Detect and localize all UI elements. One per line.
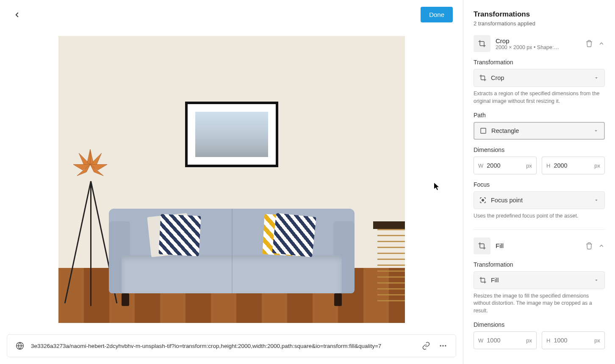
crop-icon bbox=[479, 276, 487, 284]
focus-point-icon bbox=[479, 196, 487, 204]
transformation-name: Fill bbox=[496, 242, 580, 249]
preview-canvas bbox=[58, 36, 405, 323]
crop-icon bbox=[474, 35, 490, 52]
svg-point-11 bbox=[445, 345, 446, 346]
dimensions-field-label: Dimensions bbox=[474, 146, 605, 153]
transformation-detail: 2000 × 2000 px • Shape:… bbox=[496, 44, 580, 50]
select-value: Rectangle bbox=[491, 127, 589, 134]
transformation-help: Extracts a region of the specified dimen… bbox=[474, 90, 605, 105]
path-field-label: Path bbox=[474, 112, 605, 119]
collapse-toggle[interactable] bbox=[598, 243, 605, 249]
back-button[interactable] bbox=[10, 8, 24, 22]
chevron-down-icon bbox=[593, 277, 599, 283]
delete-transformation-button[interactable] bbox=[585, 242, 593, 250]
url-bar: 3e3326a3273a/naomi-hebert-2dcyhvbhv-m-un… bbox=[7, 334, 456, 357]
crop-icon bbox=[474, 237, 490, 254]
svg-marker-6 bbox=[90, 149, 93, 165]
done-button[interactable]: Done bbox=[421, 7, 453, 22]
height-prefix: H bbox=[546, 337, 550, 344]
panel-subtitle: 2 transformations applied bbox=[474, 20, 605, 27]
svg-rect-12 bbox=[481, 128, 486, 133]
image-preview bbox=[0, 29, 463, 329]
transformation-crop-header[interactable]: Crop 2000 × 2000 px • Shape:… bbox=[474, 35, 605, 52]
transformations-panel: Transformations 2 transformations applie… bbox=[463, 0, 615, 364]
width-input-wrapper: W px bbox=[474, 331, 537, 349]
focus-select[interactable]: Focus point bbox=[474, 191, 605, 209]
height-input[interactable] bbox=[554, 162, 591, 169]
focus-help: Uses the predefined focus point of the a… bbox=[474, 212, 605, 220]
crop-icon bbox=[479, 74, 487, 82]
select-value: Fill bbox=[491, 277, 589, 284]
collapse-toggle[interactable] bbox=[598, 40, 605, 47]
svg-point-13 bbox=[482, 199, 484, 201]
focus-field-label: Focus bbox=[474, 181, 605, 188]
height-prefix: H bbox=[546, 163, 550, 169]
transformation-name: Crop bbox=[496, 37, 580, 44]
unit-label: px bbox=[526, 337, 532, 344]
globe-icon bbox=[14, 340, 26, 352]
unit-label: px bbox=[526, 163, 532, 169]
transformation-select-fill[interactable]: Fill bbox=[474, 271, 605, 289]
transformation-field-label: Transformation bbox=[474, 261, 605, 268]
svg-point-10 bbox=[442, 345, 443, 346]
chevron-down-icon bbox=[593, 75, 599, 81]
width-input[interactable] bbox=[487, 337, 523, 344]
rectangle-icon bbox=[479, 127, 487, 135]
more-button[interactable] bbox=[437, 340, 449, 352]
unit-label: px bbox=[594, 337, 600, 344]
svg-point-9 bbox=[440, 345, 441, 346]
width-input[interactable] bbox=[487, 162, 523, 169]
select-value: Crop bbox=[491, 74, 589, 81]
height-input-wrapper: H px bbox=[542, 157, 605, 174]
width-input-wrapper: W px bbox=[474, 157, 537, 174]
copy-link-button[interactable] bbox=[420, 340, 432, 352]
chevron-down-icon bbox=[593, 197, 599, 203]
dimensions-field-label: Dimensions bbox=[474, 321, 605, 328]
width-prefix: W bbox=[478, 163, 483, 169]
chevron-down-icon bbox=[593, 128, 599, 134]
height-input[interactable] bbox=[554, 337, 591, 344]
transformation-help: Resizes the image to fill the specified … bbox=[474, 292, 605, 315]
svg-marker-7 bbox=[87, 149, 90, 165]
height-input-wrapper: H px bbox=[542, 331, 605, 349]
select-value: Focus point bbox=[491, 197, 589, 204]
delete-transformation-button[interactable] bbox=[585, 40, 593, 47]
panel-title: Transformations bbox=[474, 10, 605, 19]
unit-label: px bbox=[594, 163, 600, 169]
transformation-select-crop[interactable]: Crop bbox=[474, 69, 605, 87]
path-select-rectangle[interactable]: Rectangle bbox=[474, 122, 605, 140]
transformation-fill-header[interactable]: Fill bbox=[474, 237, 605, 254]
width-prefix: W bbox=[478, 337, 483, 344]
url-text: 3e3326a3273a/naomi-hebert-2dcyhvbhv-m-un… bbox=[31, 343, 415, 349]
transformation-field-label: Transformation bbox=[474, 59, 605, 66]
